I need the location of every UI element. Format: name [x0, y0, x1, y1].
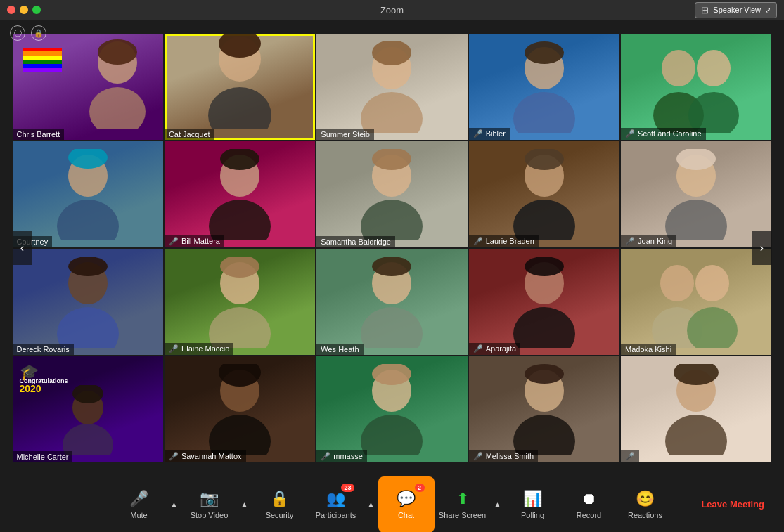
participant-name-joan-king: 🎤 Joan King	[621, 235, 676, 247]
svg-point-1	[89, 87, 146, 129]
mute-label: Mute	[130, 511, 147, 519]
person-silhouette-cat	[201, 34, 278, 129]
video-cell-wes-heath: Wes Heath	[316, 249, 467, 355]
mute-button[interactable]: 🎤 Mute	[111, 476, 167, 533]
participant-name-laurie-braden: 🎤 Laurie Braden	[469, 235, 539, 247]
svg-point-42	[525, 257, 564, 276]
video-cell-mmasse: 🎤 mmasse	[316, 356, 467, 462]
polling-label: Polling	[521, 511, 544, 519]
person-silhouette-last	[657, 364, 735, 455]
video-grid: Chris Barrett Cat Jacquet	[13, 34, 772, 462]
person-silhouette-bibler	[506, 41, 583, 133]
app-title: Zoom	[380, 5, 404, 15]
minimize-button[interactable]	[20, 6, 28, 14]
mute-chevron[interactable]: ▲	[167, 476, 181, 533]
svg-point-45	[695, 265, 729, 301]
share-screen-button[interactable]: ⬆ Share Screen	[435, 476, 491, 533]
share-screen-icon: ⬆	[456, 490, 469, 508]
video-chevron[interactable]: ▲	[238, 476, 252, 533]
svg-point-7	[361, 92, 423, 133]
video-icon: 📷	[200, 490, 219, 508]
person-silhouette-laurie	[506, 149, 583, 240]
security-button[interactable]: 🔒 Security	[252, 476, 308, 533]
svg-point-32	[57, 307, 119, 348]
record-label: Record	[577, 511, 601, 519]
video-cell-melissa-smith: 🎤 Melissa Smith	[469, 356, 619, 462]
participants-button[interactable]: 👥 Participants 23	[308, 476, 364, 533]
participant-name-dereck-rovaris: Dereck Rovaris	[13, 344, 74, 355]
titlebar: Zoom ⊞ Speaker View ⤢	[0, 0, 784, 20]
person-silhouette-madoka	[650, 257, 742, 348]
speaker-view-button[interactable]: ⊞ Speaker View ⤢	[695, 2, 777, 18]
participant-name-bill-mattera: 🎤 Bill Mattera	[165, 235, 224, 247]
nav-prev-button[interactable]: ‹	[13, 231, 32, 265]
stop-video-label: Stop Video	[191, 511, 229, 519]
svg-point-29	[665, 200, 727, 240]
participant-name-madoka-kishi: Madoka Kishi	[621, 344, 676, 355]
grad-year: 2020	[20, 383, 41, 394]
maximize-button[interactable]	[32, 6, 41, 14]
participant-name-bibler: 🎤 Bibler	[469, 128, 510, 140]
svg-point-39	[372, 257, 411, 276]
svg-point-46	[687, 307, 738, 348]
participant-name-melissa-smith: 🎤 Melissa Smith	[469, 450, 538, 462]
participants-icon: 👥	[326, 490, 345, 508]
lock-icon[interactable]: 🔒	[31, 25, 46, 41]
svg-point-14	[697, 50, 731, 86]
video-cell-chris-barrett: Chris Barrett	[13, 34, 163, 140]
participants-label: Participants	[316, 511, 356, 519]
svg-point-54	[361, 415, 423, 455]
close-button[interactable]	[7, 6, 15, 14]
svg-point-38	[361, 307, 423, 348]
video-cell-elaine-maccio: 🎤 Elaine Maccio	[165, 249, 315, 355]
video-cell-dereck-rovaris: Dereck Rovaris	[13, 249, 163, 355]
mute-icon-aparajita: 🎤	[473, 344, 483, 353]
video-cell-joan-king: 🎤 Joan King	[621, 141, 771, 247]
svg-point-15	[688, 92, 739, 133]
reactions-button[interactable]: 😊 Reactions	[617, 476, 674, 533]
speaker-view-label: Speaker View	[713, 6, 761, 14]
polling-button[interactable]: 📊 Polling	[505, 476, 561, 533]
participant-name-michelle-carter: Michelle Carter	[13, 451, 73, 462]
info-icon[interactable]: ⓘ	[10, 25, 25, 41]
person-silhouette-dereck	[49, 257, 127, 348]
participant-name-summer-steib: Summer Steib	[316, 129, 374, 140]
mute-icon-elaine: 🎤	[169, 344, 179, 353]
svg-point-23	[361, 200, 423, 240]
person-silhouette-aparajita	[506, 257, 583, 348]
chat-label: Chat	[398, 511, 414, 519]
svg-point-51	[209, 415, 271, 455]
mute-icon: 🎤	[129, 490, 148, 508]
nav-next-button[interactable]: ›	[752, 231, 772, 265]
leave-meeting-button[interactable]: Leave Meeting	[693, 493, 773, 515]
svg-point-60	[665, 415, 727, 455]
person-silhouette-courtney	[49, 149, 127, 240]
record-button[interactable]: ⏺ Record	[561, 476, 617, 533]
info-icons-container: ⓘ 🔒	[10, 25, 46, 41]
video-cell-madoka-kishi: Madoka Kishi	[621, 249, 771, 355]
traffic-lights	[7, 6, 41, 14]
svg-point-58	[525, 364, 564, 384]
mute-icon-joan: 🎤	[625, 237, 635, 246]
svg-point-10	[513, 92, 575, 133]
svg-point-35	[209, 307, 271, 348]
chat-icon: 💬	[397, 490, 416, 508]
participant-name-savannah-mattox: 🎤 Savannah Mattox	[165, 450, 246, 462]
person-silhouette-elaine	[201, 257, 278, 348]
person-silhouette-savannah	[201, 364, 278, 455]
stop-video-button[interactable]: 📷 Stop Video	[181, 476, 238, 533]
share-screen-label: Share Screen	[439, 511, 486, 519]
participants-chevron[interactable]: ▲	[364, 476, 378, 533]
record-icon: ⏺	[581, 490, 597, 508]
participant-name-scott-caroline: 🎤 Scott and Caroline	[621, 128, 706, 140]
person-silhouette-joan	[657, 149, 735, 240]
svg-point-4	[208, 87, 271, 129]
participant-name-samantha-baldridge: Samantha Baldridge	[316, 236, 395, 247]
mute-icon-savannah: 🎤	[169, 452, 179, 461]
chat-button[interactable]: 💬 Chat 2	[378, 476, 435, 533]
share-screen-chevron[interactable]: ▲	[491, 476, 505, 533]
video-cell-michelle-carter: 🎓 Congratulations 2020 Michelle Carter	[13, 356, 163, 462]
video-cell-last: 🎤	[621, 356, 771, 462]
mute-icon-melissa: 🎤	[473, 452, 483, 461]
svg-point-33	[68, 257, 108, 276]
